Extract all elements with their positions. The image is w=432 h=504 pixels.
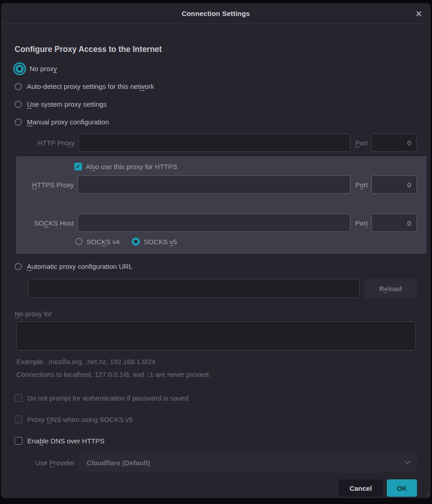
no-prompt-checkbox[interactable] [15, 394, 22, 402]
close-icon[interactable]: ✕ [415, 9, 422, 18]
autoconfig-url-input[interactable] [28, 279, 360, 298]
socks-v4-label: SOCKS v4 [87, 238, 120, 246]
resize-grip-icon[interactable] [424, 492, 429, 497]
ok-button[interactable]: OK [387, 479, 417, 497]
radio-system-proxy[interactable] [15, 101, 22, 108]
socks-version-row: SOCKS v4 SOCKS v5 [75, 235, 417, 248]
dialog-footer: Cancel OK [15, 479, 417, 497]
no-proxy-example-text: Example: .mozilla.org, .net.nz, 192.168.… [16, 358, 417, 365]
autoconfig-url-row: Reload [28, 279, 417, 298]
radio-autoconfig[interactable] [15, 263, 22, 270]
doh-label: Enable DNS over HTTPS [27, 437, 104, 445]
socks-v4-option[interactable]: SOCKS v4 [75, 238, 120, 246]
doh-checkbox[interactable] [15, 437, 22, 445]
dialog-titlebar: Connection Settings ✕ [1, 3, 431, 24]
proxy-dns-checkbox[interactable] [15, 416, 22, 423]
options-checkbox-block: Do not prompt for authentication if pass… [15, 391, 417, 447]
no-prompt-label: Do not prompt for authentication if pass… [27, 394, 189, 402]
dialog-content: Configure Proxy Access to the Internet N… [1, 45, 431, 497]
radio-no-proxy[interactable] [15, 65, 24, 73]
http-port-input[interactable] [371, 134, 417, 152]
provider-select[interactable]: Cloudflare (Default) [79, 453, 417, 472]
socks-port-input[interactable] [371, 214, 417, 232]
radio-manual-proxy-label: Manual proxy configuration [27, 118, 109, 126]
share-proxy-row[interactable]: ✓ Also use this proxy for HTTPS [74, 160, 417, 173]
share-proxy-label: Also use this proxy for HTTPS [86, 163, 177, 170]
share-proxy-checkbox[interactable]: ✓ [74, 163, 82, 170]
chevron-down-icon [404, 459, 411, 466]
provider-label: Use Provider [15, 459, 75, 467]
radio-manual-proxy[interactable] [15, 118, 22, 126]
checkbox-row-no-prompt[interactable]: Do not prompt for authentication if pass… [15, 391, 417, 405]
radio-row-no-proxy[interactable]: No proxy [15, 60, 417, 77]
http-port-label: Port [355, 139, 368, 147]
page-title: Configure Proxy Access to the Internet [15, 45, 417, 54]
socks-v5-option[interactable]: SOCKS v5 [132, 237, 177, 246]
radio-socks-v4[interactable] [75, 238, 82, 245]
radio-row-manual-proxy[interactable]: Manual proxy configuration [15, 113, 417, 131]
http-proxy-input[interactable] [78, 134, 350, 152]
https-proxy-row: HTTPS Proxy Port [16, 175, 417, 194]
radio-no-proxy-label: No proxy [30, 65, 57, 72]
radio-row-system-proxy[interactable]: Use system proxy settings [15, 95, 417, 113]
http-proxy-label: HTTP Proxy [15, 139, 75, 147]
socks-port-label: Port [355, 219, 368, 227]
socks-host-row: SOCKS Host Port [16, 214, 417, 232]
https-port-label: Port [355, 181, 368, 189]
http-proxy-row: HTTP Proxy Port [15, 134, 417, 152]
https-port-input[interactable] [371, 175, 417, 194]
socks-host-label: SOCKS Host [16, 219, 74, 227]
checkbox-row-proxy-dns[interactable]: Proxy DNS when using SOCKS v5 [15, 412, 417, 426]
dialog-title: Connection Settings [182, 10, 250, 17]
no-proxy-note-text: Connections to localhost, 127.0.0.1/8, a… [16, 370, 417, 378]
reload-button[interactable]: Reload [364, 279, 417, 298]
connection-settings-dialog: Connection Settings ✕ Configure Proxy Ac… [1, 3, 431, 498]
radio-row-autoconfig[interactable]: Automatic proxy configuration URL [15, 257, 417, 275]
no-proxy-for-textarea[interactable] [16, 321, 416, 350]
no-proxy-for-label: No proxy for [15, 310, 417, 318]
cancel-button[interactable]: Cancel [339, 479, 383, 497]
radio-row-auto-detect[interactable]: Auto-detect proxy settings for this netw… [15, 77, 417, 95]
radio-auto-detect-label: Auto-detect proxy settings for this netw… [27, 82, 154, 90]
socks-host-input[interactable] [77, 214, 350, 232]
provider-selected-value: Cloudflare (Default) [87, 459, 150, 467]
radio-system-proxy-label: Use system proxy settings [27, 100, 107, 108]
proxy-dns-label: Proxy DNS when using SOCKS v5 [27, 416, 133, 423]
radio-auto-detect[interactable] [15, 83, 22, 90]
radio-socks-v5[interactable] [132, 237, 140, 246]
radio-autoconfig-label: Automatic proxy configuration URL [27, 262, 133, 270]
socks-v5-label: SOCKS v5 [144, 238, 177, 246]
https-proxy-label: HTTPS Proxy [16, 181, 74, 189]
checkbox-row-doh[interactable]: Enable DNS over HTTPS [15, 434, 417, 447]
doh-provider-row: Use Provider Cloudflare (Default) [15, 453, 417, 472]
manual-proxy-band: ✓ Also use this proxy for HTTPS HTTPS Pr… [16, 156, 427, 254]
https-proxy-input[interactable] [77, 175, 350, 194]
